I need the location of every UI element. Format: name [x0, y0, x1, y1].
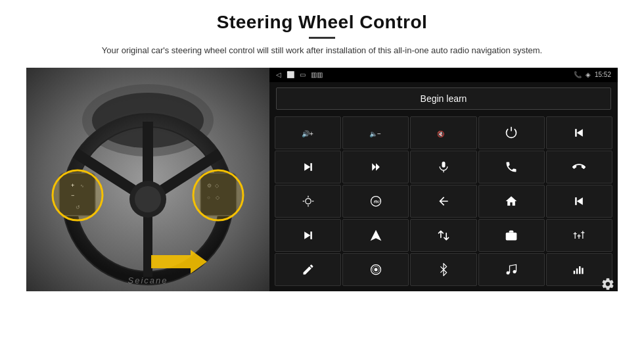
svg-marker-48 — [370, 229, 381, 241]
begin-learn-button[interactable]: Begin learn — [276, 87, 611, 110]
svg-text:🔈−: 🔈− — [369, 130, 381, 138]
navigate-button[interactable] — [342, 219, 409, 252]
home-nav-button[interactable] — [478, 185, 545, 218]
skip-fwd-button[interactable] — [275, 219, 341, 252]
time-display: 15:52 — [595, 71, 611, 78]
svg-rect-62 — [574, 270, 576, 274]
svg-marker-45 — [577, 197, 583, 205]
svg-marker-29 — [577, 129, 583, 137]
next-button[interactable] — [275, 151, 341, 183]
settings-gear-icon[interactable] — [601, 277, 615, 294]
radio-button[interactable] — [342, 253, 409, 286]
svg-rect-35 — [442, 161, 445, 167]
svg-marker-31 — [304, 163, 310, 171]
prev-track-button[interactable] — [546, 116, 612, 149]
recents-icon: ▭ — [300, 71, 306, 78]
controls-grid: 🔊+ 🔈− 🔇 — [269, 115, 618, 291]
vol-down-button[interactable]: 🔈− — [342, 116, 409, 149]
brightness-button[interactable] — [275, 185, 341, 218]
phone-status-icon: 📞 — [574, 71, 582, 78]
svg-point-60 — [507, 271, 510, 274]
svg-point-37 — [305, 198, 310, 203]
svg-rect-63 — [576, 268, 578, 274]
mic-button[interactable] — [410, 151, 476, 183]
signal-icon: ▥▥ — [311, 71, 323, 78]
mute-button[interactable]: 🔇 — [410, 116, 476, 149]
back-nav-button[interactable] — [410, 185, 476, 218]
pen-button[interactable] — [275, 253, 341, 286]
title-divider — [309, 37, 335, 39]
svg-marker-46 — [304, 231, 310, 239]
svg-text:Seicane: Seicane — [128, 275, 168, 285]
svg-text:360°: 360° — [373, 200, 380, 204]
steering-wheel-image: 80 100 120 + − ↺ ∿ — [26, 68, 269, 291]
360-button[interactable]: 360° — [342, 185, 409, 218]
eq-button[interactable] — [546, 219, 612, 252]
svg-rect-30 — [576, 129, 578, 137]
phone-hangup-button[interactable] — [546, 151, 612, 183]
head-unit-panel: ◁ ⬜ ▭ ▥▥ 📞 ◈ 15:52 Begin learn — [269, 68, 618, 291]
svg-point-61 — [513, 270, 517, 273]
status-left: ◁ ⬜ ▭ ▥▥ — [276, 71, 323, 78]
power-button[interactable] — [478, 116, 545, 149]
svg-point-11 — [135, 186, 161, 212]
svg-marker-34 — [376, 163, 380, 171]
swap-button[interactable] — [410, 219, 476, 252]
svg-rect-32 — [310, 163, 312, 171]
status-right: 📞 ◈ 15:52 — [574, 71, 611, 78]
svg-marker-33 — [372, 163, 376, 171]
content-row: 80 100 120 + − ↺ ∿ — [26, 68, 618, 291]
camera-button[interactable] — [478, 219, 545, 252]
svg-rect-49 — [506, 232, 517, 240]
music-button[interactable] — [478, 253, 545, 286]
svg-rect-65 — [582, 268, 584, 274]
page-title: Steering Wheel Control — [102, 12, 542, 33]
svg-rect-64 — [579, 266, 581, 274]
begin-learn-row: Begin learn — [269, 82, 618, 115]
svg-text:🔇: 🔇 — [437, 130, 445, 138]
skip-back-button[interactable] — [546, 185, 612, 218]
phone-answer-button[interactable] — [478, 151, 545, 183]
wifi-icon: ◈ — [586, 71, 591, 78]
svg-text:🔊+: 🔊+ — [302, 130, 313, 138]
back-icon: ◁ — [276, 71, 281, 78]
svg-rect-47 — [310, 231, 312, 239]
status-bar: ◁ ⬜ ▭ ▥▥ 📞 ◈ 15:52 — [269, 68, 618, 82]
home-icon: ⬜ — [287, 71, 294, 78]
svg-rect-44 — [576, 197, 578, 205]
svg-point-58 — [374, 268, 377, 271]
page-subtitle: Your original car's steering wheel contr… — [102, 44, 542, 57]
svg-point-22 — [53, 170, 103, 220]
svg-point-23 — [193, 170, 243, 220]
fast-forward-button[interactable] — [342, 151, 409, 183]
bluetooth-button[interactable] — [410, 253, 476, 286]
vol-up-button[interactable]: 🔊+ — [275, 116, 341, 149]
